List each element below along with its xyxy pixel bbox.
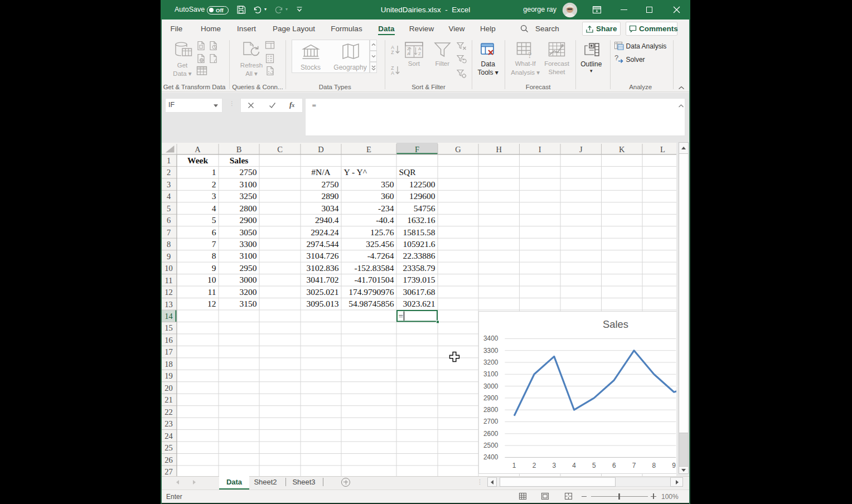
svg-text:360: 360 <box>381 191 394 201</box>
svg-text:3300: 3300 <box>240 239 257 249</box>
svg-text:10: 10 <box>207 275 216 284</box>
svg-text:21: 21 <box>164 395 173 404</box>
svg-text:Z: Z <box>391 50 394 55</box>
svg-text:3250: 3250 <box>240 191 257 201</box>
svg-text:8: 8 <box>652 462 656 469</box>
svg-text:3041.702: 3041.702 <box>306 275 338 284</box>
svg-text:129600: 129600 <box>409 191 435 201</box>
svg-text:1739.015: 1739.015 <box>403 275 435 284</box>
svg-text:4: 4 <box>572 462 576 469</box>
svg-text:22.33886: 22.33886 <box>403 251 435 260</box>
svg-text:=: = <box>399 311 404 321</box>
svg-text:G: G <box>455 145 461 154</box>
svg-text:3: 3 <box>212 191 216 201</box>
svg-text:?: ? <box>528 51 531 59</box>
svg-text:2: 2 <box>532 462 536 469</box>
svg-text:15: 15 <box>164 323 173 332</box>
svg-text:A: A <box>391 70 394 75</box>
svg-text:H: H <box>496 145 502 154</box>
svg-text:Y - Y^: Y - Y^ <box>344 167 367 177</box>
svg-text:14: 14 <box>164 312 173 321</box>
svg-text:5: 5 <box>167 204 171 213</box>
svg-text:1: 1 <box>212 167 216 177</box>
svg-text:3025.021: 3025.021 <box>306 287 338 297</box>
svg-text:E: E <box>366 145 371 154</box>
svg-text:174.9790976: 174.9790976 <box>348 287 394 297</box>
svg-text:Sales: Sales <box>230 156 249 165</box>
svg-text:3300: 3300 <box>483 347 498 355</box>
svg-text:54.98745856: 54.98745856 <box>348 299 394 308</box>
svg-text:1: 1 <box>167 156 171 165</box>
svg-text:?: ? <box>614 54 618 62</box>
svg-text:4: 4 <box>212 203 216 213</box>
svg-text:2900: 2900 <box>483 394 498 402</box>
svg-text:J: J <box>579 145 583 154</box>
svg-text:24: 24 <box>164 432 173 440</box>
svg-text:5: 5 <box>592 462 596 469</box>
svg-text:11: 11 <box>208 287 216 297</box>
svg-text:11: 11 <box>165 276 173 285</box>
svg-text:9: 9 <box>672 462 676 469</box>
svg-text:8: 8 <box>167 240 171 249</box>
svg-text:F: F <box>415 145 419 154</box>
svg-text:2400: 2400 <box>483 453 498 461</box>
svg-text:#N/A: #N/A <box>311 167 331 177</box>
svg-text:2950: 2950 <box>240 263 257 273</box>
svg-text:13: 13 <box>164 300 173 309</box>
svg-text:A: A <box>418 46 422 51</box>
svg-text:7: 7 <box>212 239 216 249</box>
svg-text:SQR: SQR <box>399 167 417 177</box>
svg-text:9: 9 <box>167 252 171 261</box>
svg-text:15815.58: 15815.58 <box>403 227 435 237</box>
svg-text:3100: 3100 <box>483 370 498 378</box>
svg-text:350: 350 <box>381 180 394 189</box>
svg-text:3: 3 <box>552 462 556 469</box>
svg-text:I: I <box>539 145 541 154</box>
svg-text:23: 23 <box>164 419 173 428</box>
svg-text:22: 22 <box>164 408 173 416</box>
svg-text:3000: 3000 <box>483 382 498 390</box>
svg-text:3000: 3000 <box>240 275 257 284</box>
svg-text:3102.836: 3102.836 <box>306 263 338 273</box>
svg-text:2924.24: 2924.24 <box>311 227 339 237</box>
svg-text:-4.7264: -4.7264 <box>367 251 394 260</box>
svg-text:27: 27 <box>164 467 173 476</box>
svg-text:2750: 2750 <box>322 180 339 189</box>
svg-text:10: 10 <box>164 264 173 273</box>
svg-text:26: 26 <box>164 455 173 464</box>
svg-text:Z: Z <box>418 51 421 56</box>
svg-text:3200: 3200 <box>240 287 257 297</box>
svg-text:122500: 122500 <box>409 180 435 189</box>
svg-text:Week: Week <box>187 156 208 165</box>
svg-text:325.456: 325.456 <box>366 239 394 249</box>
svg-text:-234: -234 <box>378 203 394 213</box>
svg-text:Sales: Sales <box>603 318 628 330</box>
svg-text:2500: 2500 <box>483 442 498 449</box>
svg-text:105921.6: 105921.6 <box>403 239 435 249</box>
svg-text:3104.726: 3104.726 <box>306 251 338 260</box>
svg-text:3: 3 <box>167 180 171 189</box>
svg-text:3200: 3200 <box>483 358 498 366</box>
svg-text:K: K <box>619 145 625 154</box>
svg-text:L: L <box>660 145 665 154</box>
svg-text:7: 7 <box>632 462 636 469</box>
svg-text:D: D <box>318 145 323 154</box>
svg-text:16: 16 <box>164 336 173 345</box>
svg-text:17: 17 <box>164 347 173 356</box>
svg-text:2: 2 <box>212 180 216 189</box>
svg-text:3100: 3100 <box>240 180 257 189</box>
svg-text:2: 2 <box>167 168 171 177</box>
svg-text:20: 20 <box>164 384 173 392</box>
svg-text:3150: 3150 <box>240 299 257 308</box>
svg-text:1632.16: 1632.16 <box>407 215 435 225</box>
svg-text:12: 12 <box>164 288 173 297</box>
svg-text:25: 25 <box>164 443 173 452</box>
svg-text:6: 6 <box>167 216 171 225</box>
svg-text:Z: Z <box>407 46 410 51</box>
svg-text:54756: 54756 <box>414 203 435 213</box>
svg-text:6: 6 <box>612 462 616 469</box>
svg-text:125.76: 125.76 <box>370 227 394 237</box>
svg-text:-41.701504: -41.701504 <box>354 275 394 284</box>
svg-text:3034: 3034 <box>322 203 339 213</box>
svg-text:8: 8 <box>212 251 216 260</box>
